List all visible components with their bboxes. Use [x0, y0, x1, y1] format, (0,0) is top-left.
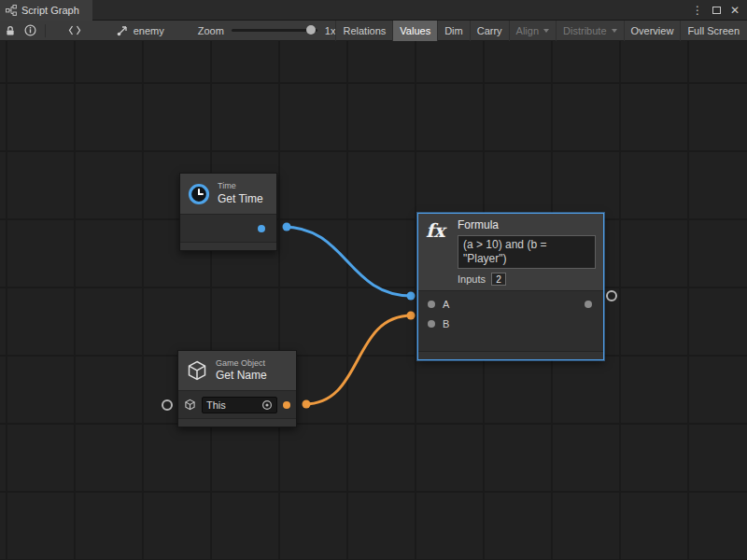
- chevron-down-icon: [543, 29, 549, 33]
- tab-script-graph[interactable]: Script Graph: [0, 0, 92, 21]
- port-label: A: [443, 299, 449, 310]
- chevron-down-icon: [612, 29, 617, 33]
- dim-button[interactable]: Dim: [437, 21, 470, 41]
- distribute-button[interactable]: Distribute: [556, 21, 623, 41]
- graph-breadcrumb[interactable]: enemy: [109, 25, 172, 36]
- fullscreen-button[interactable]: Full Screen: [680, 21, 746, 41]
- cube-icon: [186, 359, 208, 382]
- clock-icon: [188, 183, 210, 205]
- node-formula[interactable]: fx Formula (a > 10) and (b = "Player") I…: [417, 213, 604, 360]
- target-object-field[interactable]: This: [202, 397, 277, 413]
- node-get-name[interactable]: Game Object Get Name This: [177, 350, 297, 427]
- inputs-label: Inputs: [458, 273, 486, 285]
- node-title: Formula: [458, 218, 596, 232]
- port-row-b: B: [418, 314, 603, 333]
- node-title: Get Time: [218, 192, 263, 206]
- output-port-name[interactable]: [283, 401, 290, 409]
- formula-expression-field[interactable]: (a > 10) and (b = "Player"): [458, 235, 596, 269]
- maximize-icon[interactable]: [712, 7, 721, 14]
- node-get-time[interactable]: Time Get Time: [179, 173, 277, 251]
- title-bar: Script Graph ⋮ ✕: [0, 0, 747, 21]
- node-footer: [180, 242, 276, 250]
- connection-gettime-to-formula-a[interactable]: [283, 227, 412, 296]
- relations-button[interactable]: Relations: [335, 21, 392, 41]
- connection-getname-to-formula-b[interactable]: [304, 315, 412, 404]
- info-icon[interactable]: [21, 21, 41, 41]
- node-title: Get Name: [216, 369, 267, 383]
- connections-layer: [0, 41, 747, 560]
- connection-cap: [303, 400, 311, 409]
- zoom-value: 1x: [325, 25, 336, 36]
- connection-cap: [283, 223, 291, 231]
- values-button[interactable]: Values: [392, 21, 437, 41]
- zoom-slider-handle[interactable]: [306, 25, 316, 35]
- close-icon[interactable]: ✕: [730, 4, 740, 17]
- input-port-b[interactable]: [428, 320, 435, 328]
- target-object-value: This: [206, 399, 226, 411]
- input-port-a[interactable]: [428, 301, 435, 308]
- zoom-label: Zoom: [198, 25, 224, 36]
- connection-cap: [407, 292, 416, 301]
- port-row-a: A: [418, 294, 603, 314]
- tab-title: Script Graph: [21, 5, 79, 16]
- connection-cap: [407, 312, 416, 320]
- zoom-slider[interactable]: [232, 29, 317, 32]
- graph-asset-icon: [117, 25, 129, 36]
- object-picker-icon[interactable]: [261, 399, 273, 411]
- toolbar-separator: [45, 24, 46, 37]
- window-menu-icon[interactable]: ⋮: [692, 4, 703, 17]
- code-brackets-icon[interactable]: [64, 21, 85, 41]
- align-button[interactable]: Align: [509, 21, 556, 41]
- graph-canvas[interactable]: Time Get Time fx Formula (a > 10) and (b…: [0, 41, 747, 560]
- overview-button[interactable]: Overview: [624, 21, 681, 41]
- node-category: Game Object: [216, 358, 267, 369]
- graph-name: enemy: [134, 25, 164, 36]
- node-footer: [178, 418, 296, 427]
- script-graph-window: Script Graph ⋮ ✕: [0, 0, 747, 560]
- cube-icon-small: [184, 399, 196, 411]
- node-footer: [418, 351, 603, 359]
- toolbar-buttons: Relations Values Dim Carry Align Distrib…: [335, 21, 747, 41]
- unconnected-output-port[interactable]: [606, 290, 617, 301]
- port-label: B: [443, 318, 449, 329]
- output-port-time[interactable]: [258, 225, 265, 232]
- graph-toolbar: enemy Zoom 1x Relations Values Dim Carry…: [0, 21, 747, 41]
- inputs-count-field[interactable]: 2: [491, 273, 506, 286]
- lock-icon[interactable]: [0, 21, 21, 41]
- node-category: Time: [218, 181, 263, 191]
- carry-button[interactable]: Carry: [470, 21, 509, 41]
- output-port-result[interactable]: [585, 301, 592, 308]
- formula-fx-icon: fx: [426, 218, 450, 287]
- unconnected-input-port[interactable]: [162, 399, 173, 411]
- script-graph-icon: [6, 5, 17, 16]
